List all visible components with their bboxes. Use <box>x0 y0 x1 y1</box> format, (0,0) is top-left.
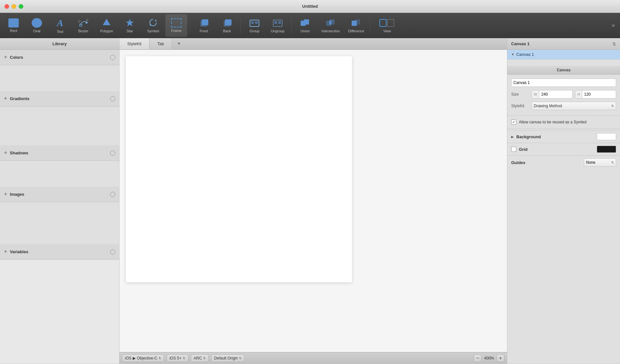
center-area: StyleKit Tab + iOS ▶ Objective-C ⇅ iOS 5… <box>119 38 507 364</box>
tool-back[interactable]: Back <box>216 14 238 37</box>
colors-toggle-icon[interactable] <box>110 55 115 60</box>
intersection-icon <box>325 18 336 28</box>
tool-rect[interactable]: Rect <box>3 14 25 37</box>
colors-add-icon[interactable]: + <box>4 54 7 61</box>
tool-polygon[interactable]: Polygon <box>96 14 118 37</box>
guides-label: Guides <box>511 160 581 165</box>
stylekit-select-arrow-icon: ⇅ <box>611 104 614 108</box>
tool-union[interactable]: Union <box>294 14 316 37</box>
toolbar-more[interactable]: » <box>609 21 617 30</box>
sidebar-section-shadows[interactable]: + Shadows <box>0 145 119 161</box>
tool-symbol[interactable]: Symbol <box>142 14 164 37</box>
tool-text[interactable]: A Text <box>49 14 71 37</box>
height-input[interactable] <box>582 92 602 97</box>
grid-label: Grid <box>519 147 594 152</box>
tool-group[interactable]: Group <box>243 14 265 37</box>
tool-front[interactable]: Front <box>193 14 215 37</box>
ios-version-select[interactable]: iOS 5+ ⇅ <box>167 354 188 362</box>
symbol-checkbox[interactable]: ✓ <box>511 120 516 125</box>
maximize-button[interactable] <box>19 4 23 9</box>
gradients-toggle-icon[interactable] <box>110 96 115 101</box>
tab-stylekit[interactable]: StyleKit <box>119 38 150 49</box>
gradients-add-icon[interactable]: + <box>4 95 7 102</box>
titlebar: Untitled <box>0 0 620 13</box>
background-color-swatch[interactable] <box>597 133 616 140</box>
tool-frame-label: Frame <box>171 29 181 33</box>
platform-arrow-icon: ⇅ <box>159 357 161 360</box>
right-panel-title: Canvas 1 <box>511 41 530 46</box>
background-arrow-icon: ▶ <box>511 135 514 139</box>
svg-rect-13 <box>251 21 254 24</box>
gradients-label: Gradients <box>10 96 110 101</box>
grid-checkbox[interactable] <box>511 147 516 152</box>
background-section[interactable]: ▶ Background <box>507 130 620 143</box>
toolbar-separator-1 <box>190 17 190 34</box>
tab-stylekit-label: StyleKit <box>127 41 141 46</box>
tool-bezier[interactable]: Bezier <box>72 14 94 37</box>
stylekit-select[interactable]: Drawing Method ⇅ <box>532 102 616 110</box>
variables-toggle-icon[interactable] <box>110 249 115 255</box>
canvas-tree-item[interactable]: ▼ Canvas 1 <box>507 50 620 59</box>
grid-color-swatch[interactable] <box>597 146 616 153</box>
language-label: Objective-C <box>137 356 157 360</box>
right-panel-arrow-icon[interactable]: ⇅ <box>612 41 616 47</box>
tool-frame[interactable]: Frame <box>165 14 187 37</box>
window-title: Untitled <box>302 4 318 9</box>
front-icon <box>198 18 210 28</box>
tool-star[interactable]: Star <box>119 14 141 37</box>
platform-select[interactable]: iOS ▶ Objective-C ⇅ <box>122 354 164 362</box>
tool-difference[interactable]: Difference <box>345 14 367 37</box>
bottom-bar: iOS ▶ Objective-C ⇅ iOS 5+ ⇅ ARC ⇅ Defau… <box>119 352 507 364</box>
symbol-checkbox-row[interactable]: ✓ Allow canvas to be reused as a Symbol <box>507 117 620 127</box>
zoom-plus-icon: + <box>499 355 502 361</box>
canvas-name-input[interactable] <box>511 78 616 87</box>
svg-rect-11 <box>224 21 230 26</box>
shadows-toggle-icon[interactable] <box>110 151 115 156</box>
images-label: Images <box>10 192 110 197</box>
library-header: Library <box>0 38 119 50</box>
zoom-plus-button[interactable]: + <box>497 354 504 362</box>
more-icon[interactable]: » <box>609 21 617 30</box>
canvas-surface[interactable] <box>126 56 352 282</box>
canvas-size-row: Size W H <box>511 90 616 99</box>
window-controls <box>5 4 23 9</box>
union-icon <box>299 18 311 28</box>
svg-rect-24 <box>355 19 360 25</box>
close-button[interactable] <box>5 4 9 9</box>
origin-arrow-icon: ⇅ <box>239 357 242 360</box>
tool-view[interactable]: View <box>373 14 402 37</box>
checkbox-check-icon: ✓ <box>512 120 515 124</box>
zoom-minus-icon: − <box>476 355 479 361</box>
arc-select[interactable]: ARC ⇅ <box>191 354 209 362</box>
sidebar-section-images[interactable]: + Images <box>0 187 119 202</box>
tool-intersection[interactable]: Intersection <box>317 14 344 37</box>
tool-oval[interactable]: Oval <box>26 14 48 37</box>
tab-tab[interactable]: Tab <box>150 38 172 49</box>
sidebar-section-variables[interactable]: + Variables <box>0 244 119 260</box>
tool-back-label: Back <box>223 29 231 33</box>
tab-add-button[interactable]: + <box>172 38 186 49</box>
tool-view-label: View <box>383 29 391 33</box>
images-add-icon[interactable]: + <box>4 191 7 198</box>
symbol-checkbox-label: Allow canvas to be reused as a Symbol <box>519 120 586 124</box>
toolbar-separator-2 <box>241 17 241 34</box>
images-toggle-icon[interactable] <box>110 192 115 197</box>
svg-rect-17 <box>278 21 281 24</box>
svg-rect-22 <box>329 21 331 25</box>
minimize-button[interactable] <box>12 4 16 9</box>
sidebar-section-gradients[interactable]: + Gradients <box>0 91 119 107</box>
tool-ungroup-label: Ungroup <box>271 29 284 33</box>
images-content <box>0 202 119 244</box>
frame-icon <box>171 18 181 27</box>
shadows-add-icon[interactable]: + <box>4 150 7 156</box>
zoom-minus-button[interactable]: − <box>474 354 481 362</box>
width-input[interactable] <box>539 92 559 97</box>
svg-rect-25 <box>380 19 386 26</box>
variables-add-icon[interactable]: + <box>4 248 7 255</box>
guides-select[interactable]: None ⇅ <box>584 158 616 167</box>
tool-ungroup[interactable]: Ungroup <box>267 14 289 37</box>
origin-select[interactable]: Default Origin ⇅ <box>211 354 244 362</box>
height-letter: H <box>575 90 582 98</box>
width-letter: W <box>532 90 539 98</box>
sidebar-section-colors[interactable]: + Colors <box>0 50 119 65</box>
